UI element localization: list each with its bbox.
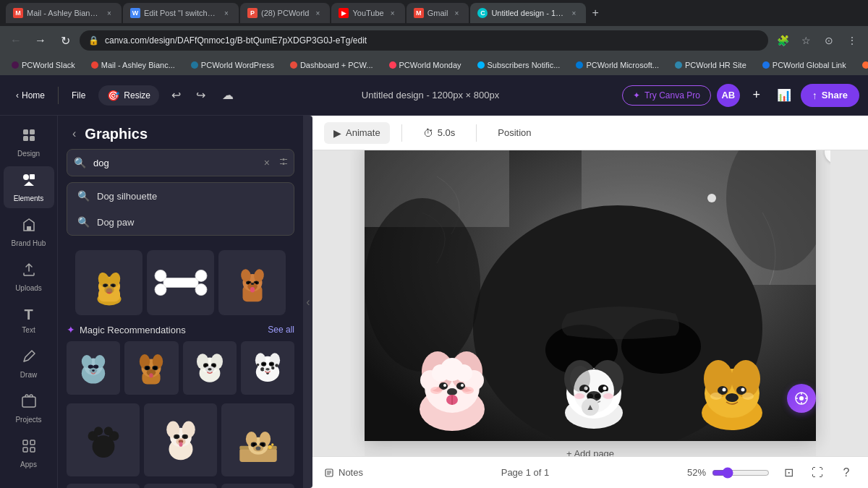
canva-design-title: Untitled design - 1200px × 800px bbox=[244, 90, 616, 100]
search-clear-button[interactable]: × bbox=[264, 157, 270, 168]
design-canvas[interactable] bbox=[365, 150, 816, 441]
add-page-button[interactable]: + Add page bbox=[365, 441, 816, 457]
add-collaborator-button[interactable]: + bbox=[746, 85, 767, 106]
tab-close-canva[interactable]: × bbox=[569, 8, 579, 18]
grid-item-curly-dog[interactable] bbox=[221, 484, 294, 488]
panel-back-button[interactable]: ‹ bbox=[69, 124, 79, 143]
svg-rect-1 bbox=[30, 129, 35, 134]
graphic-item-dog1[interactable] bbox=[75, 250, 142, 315]
address-bar[interactable]: 🔒 canva.com/design/DAFfQnmoc1g/B-btQumE7… bbox=[80, 30, 768, 51]
share-button[interactable]: ↑ Share bbox=[801, 84, 859, 107]
refresh-button[interactable]: ↻ bbox=[55, 30, 75, 51]
bookmark-slack[interactable]: PCWorld Slack bbox=[6, 57, 81, 73]
profile-button[interactable]: ⊙ bbox=[819, 30, 839, 51]
bookmark-button[interactable]: ☆ bbox=[796, 30, 816, 51]
svg-rect-44 bbox=[250, 287, 255, 293]
duration-button[interactable]: ⏱ 5.0s bbox=[414, 122, 465, 144]
new-tab-button[interactable]: + bbox=[587, 7, 603, 20]
tab-close-edit[interactable]: × bbox=[221, 8, 231, 18]
tab-youtube[interactable]: ▶ YouTube × bbox=[331, 3, 404, 23]
sidebar-item-apps[interactable]: Apps bbox=[4, 432, 54, 474]
tab-canva[interactable]: C Untitled design - 1200 × 800... × bbox=[470, 3, 586, 23]
extensions-button[interactable]: 🧩 bbox=[773, 30, 793, 51]
tab-favicon-gmail: M bbox=[414, 8, 424, 18]
tab-close-gmail[interactable]: × bbox=[451, 8, 461, 18]
bookmark-subscribers[interactable]: Subscribers Notific... bbox=[472, 57, 566, 73]
grid-item-dog-box[interactable] bbox=[144, 484, 217, 488]
sidebar-item-projects[interactable]: Projects bbox=[4, 388, 54, 429]
tab-pcworld[interactable]: P (28) PCWorld × bbox=[240, 3, 330, 23]
canva-body: Design Elements bbox=[0, 116, 868, 488]
see-all-button[interactable]: See all bbox=[268, 325, 294, 335]
animate-button[interactable]: ▶ Animate bbox=[324, 122, 390, 144]
chevron-left-icon: ‹ bbox=[16, 90, 19, 100]
suggestion-dog-paw[interactable]: 🔍 Dog paw bbox=[67, 209, 294, 235]
position-button[interactable]: Position bbox=[488, 122, 540, 143]
canva-home-button[interactable]: ‹ Home bbox=[9, 86, 52, 105]
sidebar-item-brand-hub[interactable]: Brand Hub bbox=[4, 211, 54, 253]
back-button[interactable]: ← bbox=[6, 30, 26, 51]
redo-button[interactable]: ↪ bbox=[190, 85, 211, 106]
tab-close-pcworld[interactable]: × bbox=[312, 8, 323, 18]
tab-title-mail: Mail - Ashley Biancuzzo - Ou... bbox=[27, 9, 101, 17]
svg-point-198 bbox=[574, 393, 584, 399]
sidebar-item-uploads[interactable]: Uploads bbox=[4, 256, 54, 298]
bookmark-purelyhr[interactable]: PurelyHR Login bbox=[856, 57, 868, 73]
tab-gmail[interactable]: M Gmail × bbox=[407, 3, 469, 23]
bookmark-monday[interactable]: PCWorld Monday bbox=[383, 57, 467, 73]
rec-item-2[interactable] bbox=[124, 341, 178, 395]
bookmark-mail[interactable]: Mail - Ashley Bianc... bbox=[85, 57, 181, 73]
sidebar-item-design[interactable]: Design bbox=[4, 121, 54, 163]
rec-item-3[interactable] bbox=[183, 341, 237, 395]
zoom-slider[interactable] bbox=[712, 467, 770, 479]
rec-item-4[interactable] bbox=[241, 341, 294, 395]
bookmark-dashboard[interactable]: Dashboard + PCW... bbox=[284, 57, 379, 73]
forward-button[interactable]: → bbox=[30, 30, 51, 51]
svg-point-101 bbox=[183, 435, 187, 438]
search-filter-button[interactable] bbox=[278, 157, 289, 169]
fullscreen-button[interactable]: ⛶ bbox=[807, 463, 827, 483]
canva-pro-button[interactable]: ✦ Try Canva Pro bbox=[622, 85, 711, 106]
panel-collapse-handle[interactable]: ‹ bbox=[304, 116, 312, 488]
bookmark-globallink[interactable]: PCWorld Global Link bbox=[757, 57, 852, 73]
bookmark-favicon-slack bbox=[12, 61, 19, 69]
magic-rec-grid bbox=[67, 341, 294, 395]
tab-close-mail[interactable]: × bbox=[104, 8, 114, 18]
grid-item-white-dog[interactable] bbox=[144, 403, 217, 476]
more-button[interactable]: ⋮ bbox=[842, 30, 862, 51]
canva-resize-button[interactable]: 🎯 Resize bbox=[98, 85, 159, 106]
grid-item-peeking-dog[interactable] bbox=[221, 403, 294, 476]
user-avatar[interactable]: AB bbox=[717, 84, 740, 107]
grid-item-paw[interactable] bbox=[67, 403, 140, 476]
refresh-canvas-button[interactable]: ↻ bbox=[825, 150, 830, 163]
svg-rect-2 bbox=[23, 136, 28, 141]
search-input[interactable] bbox=[67, 149, 294, 176]
fit-page-button[interactable]: ⊡ bbox=[778, 463, 799, 483]
ai-assistant-button[interactable] bbox=[787, 384, 816, 413]
sidebar-item-elements[interactable]: Elements bbox=[4, 166, 54, 208]
tab-editpost[interactable]: W Edit Post "I switched from P" × bbox=[123, 3, 239, 23]
suggestion-dog-silhouette[interactable]: 🔍 Dog silhouette bbox=[67, 183, 294, 209]
svg-point-45 bbox=[250, 283, 254, 285]
tab-close-youtube[interactable]: × bbox=[388, 8, 398, 18]
save-cloud-button[interactable]: ☁ bbox=[217, 85, 239, 106]
sidebar-item-text[interactable]: T Text bbox=[4, 301, 54, 340]
canva-file-button[interactable]: File bbox=[64, 86, 93, 105]
analytics-button[interactable]: 📊 bbox=[773, 85, 795, 106]
notes-button[interactable]: Notes bbox=[324, 467, 363, 478]
undo-button[interactable]: ↩ bbox=[165, 85, 187, 106]
grid-item-pattern[interactable]: 🐾 🐾 🐾 🐾 🐾 🐾 🐾 🐾 🐾 bbox=[67, 484, 140, 488]
bookmark-microsoft[interactable]: PCWorld Microsoft... bbox=[570, 57, 665, 73]
sidebar-item-draw[interactable]: Draw bbox=[4, 343, 54, 385]
cartoon-dog-right bbox=[692, 344, 772, 434]
scroll-up-button[interactable]: ▲ bbox=[582, 398, 599, 416]
rec-item-1[interactable] bbox=[67, 341, 120, 395]
graphic-item-bone[interactable] bbox=[147, 250, 214, 315]
tab-mail[interactable]: M Mail - Ashley Biancuzzo - Ou... × bbox=[6, 3, 122, 23]
tab-bar: M Mail - Ashley Biancuzzo - Ou... × W Ed… bbox=[0, 0, 868, 26]
bookmark-favicon-monday bbox=[389, 61, 396, 69]
help-button[interactable]: ? bbox=[836, 463, 856, 483]
bookmark-hr[interactable]: PCWorld HR Site bbox=[669, 57, 752, 73]
graphic-item-dog3[interactable] bbox=[218, 250, 286, 315]
bookmark-wordpress[interactable]: PCWorld WordPress bbox=[185, 57, 280, 73]
